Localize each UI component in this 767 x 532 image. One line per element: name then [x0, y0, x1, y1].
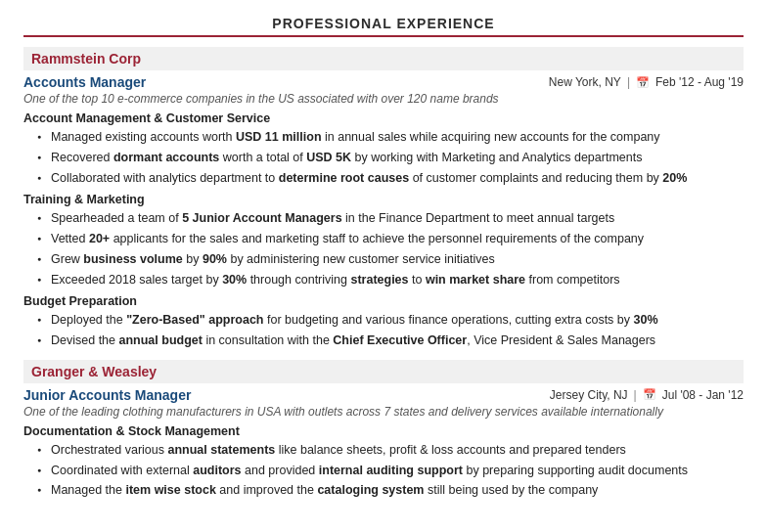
subsection-1-0-0: Documentation & Stock ManagementOrchestr…: [23, 424, 744, 500]
bullet-item-1-0-0-2: Managed the item wise stock and improved…: [37, 481, 744, 500]
job-location-0-0: New York, NY: [549, 75, 621, 89]
bullet-item-0-0-1-2: Grew business volume by 90% by administe…: [37, 250, 744, 269]
calendar-icon-1-0: 📅: [643, 388, 656, 401]
company-name-0: Rammstein Corp: [31, 51, 141, 66]
job-location-1-0: Jersey City, NJ: [550, 388, 628, 402]
job-description-0-0: One of the top 10 e-commerce companies i…: [23, 92, 744, 106]
subsection-0-0-1: Training & MarketingSpearheaded a team o…: [23, 193, 744, 288]
job-date-0-0: Feb '12 - Aug '19: [655, 75, 744, 89]
subsection-title-0-0-1: Training & Marketing: [23, 193, 744, 206]
bullet-item-0-0-0-2: Collaborated with analytics department t…: [37, 169, 744, 188]
bullet-item-0-0-1-3: Exceeded 2018 sales target by 30% throug…: [37, 271, 744, 289]
job-date-1-0: Jul '08 - Jan '12: [662, 388, 744, 402]
company-header-0: Rammstein Corp: [23, 47, 744, 70]
company-block-0: Rammstein CorpAccounts ManagerNew York, …: [23, 47, 744, 350]
section-title: PROFESSIONAL EXPERIENCE: [23, 16, 744, 37]
company-block-1: Granger & WeasleyJunior Accounts Manager…: [23, 360, 744, 500]
subsection-title-0-0-0: Account Management & Customer Service: [23, 111, 744, 125]
subsection-title-1-0-0: Documentation & Stock Management: [23, 424, 744, 438]
job-header-1-0: Junior Accounts ManagerJersey City, NJ|📅…: [23, 387, 744, 403]
bullet-list-0-0-2: Deployed the "Zero-Based" approach for b…: [23, 311, 744, 350]
bullet-item-0-0-0-1: Recovered dormant accounts worth a total…: [37, 149, 744, 167]
job-title-0-0: Accounts Manager: [23, 74, 146, 90]
separator-1-0: |: [634, 388, 637, 402]
subsection-0-0-2: Budget PreparationDeployed the "Zero-Bas…: [23, 294, 744, 350]
resume-page: PROFESSIONAL EXPERIENCE Rammstein CorpAc…: [0, 0, 767, 532]
job-header-0-0: Accounts ManagerNew York, NY|📅Feb '12 - …: [23, 74, 744, 90]
bullet-item-0-0-1-1: Vetted 20+ applicants for the sales and …: [37, 230, 744, 248]
bullet-list-1-0-0: Orchestrated various annual statements l…: [23, 441, 744, 500]
bullet-item-0-0-0-0: Managed existing accounts worth USD 11 m…: [37, 128, 744, 147]
separator-0-0: |: [627, 75, 630, 89]
job-meta-0-0: New York, NY|📅Feb '12 - Aug '19: [549, 75, 744, 89]
job-meta-1-0: Jersey City, NJ|📅Jul '08 - Jan '12: [550, 388, 744, 402]
subsection-0-0-0: Account Management & Customer ServiceMan…: [23, 111, 744, 187]
bullet-item-0-0-2-1: Devised the annual budget in consultatio…: [37, 332, 744, 350]
bullet-item-0-0-2-0: Deployed the "Zero-Based" approach for b…: [37, 311, 744, 330]
job-title-1-0: Junior Accounts Manager: [23, 387, 191, 403]
company-name-1: Granger & Weasley: [31, 364, 157, 379]
calendar-icon-0-0: 📅: [636, 76, 650, 89]
bullet-list-0-0-1: Spearheaded a team of 5 Junior Account M…: [23, 209, 744, 288]
bullet-item-1-0-0-1: Coordinated with external auditors and p…: [37, 462, 744, 480]
job-description-1-0: One of the leading clothing manufacturer…: [23, 405, 744, 419]
bullet-item-1-0-0-0: Orchestrated various annual statements l…: [37, 441, 744, 460]
company-header-1: Granger & Weasley: [23, 360, 744, 383]
bullet-item-0-0-1-0: Spearheaded a team of 5 Junior Account M…: [37, 209, 744, 228]
subsection-title-0-0-2: Budget Preparation: [23, 294, 744, 308]
bullet-list-0-0-0: Managed existing accounts worth USD 11 m…: [23, 128, 744, 187]
